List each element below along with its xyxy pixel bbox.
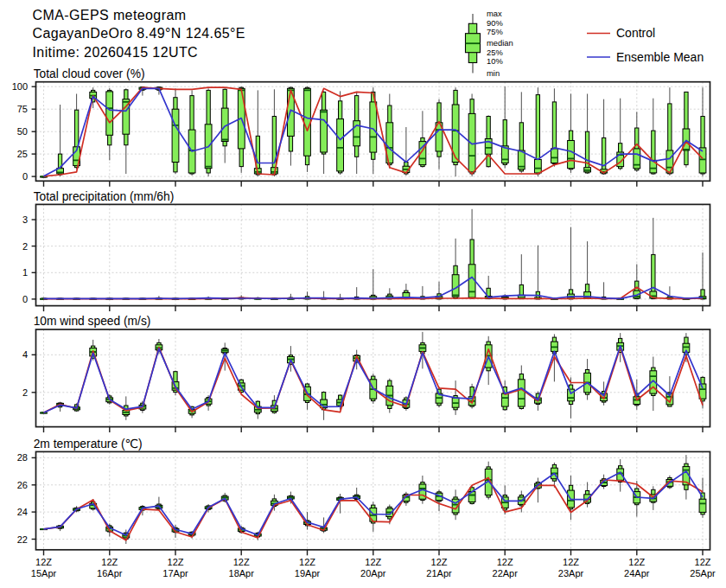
svg-text:0: 0 xyxy=(22,294,28,304)
svg-text:10m wind speed (m/s): 10m wind speed (m/s) xyxy=(34,315,151,328)
svg-text:12Z: 12Z xyxy=(168,557,184,567)
svg-text:12Z: 12Z xyxy=(695,557,711,567)
svg-text:26: 26 xyxy=(17,480,28,490)
svg-text:12Z: 12Z xyxy=(431,557,448,567)
svg-text:28: 28 xyxy=(17,452,28,463)
svg-text:3: 3 xyxy=(22,214,28,225)
svg-text:75%: 75% xyxy=(487,27,503,36)
svg-text:24Apr: 24Apr xyxy=(624,568,650,578)
svg-text:25: 25 xyxy=(17,149,28,159)
svg-text:12Z: 12Z xyxy=(628,557,645,567)
svg-text:2: 2 xyxy=(22,241,28,252)
svg-text:21Apr: 21Apr xyxy=(426,568,452,578)
svg-text:Total cloud cover (%): Total cloud cover (%) xyxy=(34,67,145,80)
svg-text:2m temperature (℃): 2m temperature (℃) xyxy=(34,438,143,451)
svg-text:16Apr: 16Apr xyxy=(97,568,123,578)
svg-text:Total precipitation (mm/6h): Total precipitation (mm/6h) xyxy=(34,190,175,203)
svg-text:20Apr: 20Apr xyxy=(360,568,386,578)
svg-text:18Apr: 18Apr xyxy=(229,568,255,578)
svg-text:90%: 90% xyxy=(487,18,503,28)
svg-text:50: 50 xyxy=(17,126,28,137)
svg-text:22: 22 xyxy=(17,534,28,545)
svg-text:max: max xyxy=(487,9,502,18)
svg-text:100: 100 xyxy=(12,81,28,92)
svg-text:12Z: 12Z xyxy=(35,557,52,567)
svg-text:24: 24 xyxy=(17,507,28,517)
svg-text:10%: 10% xyxy=(487,56,503,66)
svg-text:12Z: 12Z xyxy=(563,557,579,567)
svg-text:12Z: 12Z xyxy=(497,557,513,567)
svg-text:17Apr: 17Apr xyxy=(162,568,188,578)
svg-text:0: 0 xyxy=(22,171,28,182)
svg-text:23Apr: 23Apr xyxy=(558,568,584,578)
svg-text:75: 75 xyxy=(17,104,28,114)
svg-text:4: 4 xyxy=(22,349,28,360)
svg-text:19Apr: 19Apr xyxy=(295,568,321,578)
svg-text:15Apr: 15Apr xyxy=(31,568,57,578)
svg-text:median: median xyxy=(487,38,513,48)
svg-text:22Apr: 22Apr xyxy=(493,568,519,578)
svg-text:Initime: 20260415 12UTC: Initime: 20260415 12UTC xyxy=(33,45,199,60)
svg-text:1: 1 xyxy=(22,267,28,278)
svg-text:25Apr: 25Apr xyxy=(690,568,716,578)
svg-text:min: min xyxy=(487,68,500,78)
svg-text:12Z: 12Z xyxy=(101,557,118,567)
svg-text:12Z: 12Z xyxy=(365,557,381,567)
svg-text:CagayanDeOro 8.49°N 124.65°E: CagayanDeOro 8.49°N 124.65°E xyxy=(33,26,245,41)
svg-text:2: 2 xyxy=(22,387,28,398)
svg-text:Ensemble Mean: Ensemble Mean xyxy=(616,50,704,64)
svg-text:12Z: 12Z xyxy=(233,557,250,567)
svg-text:12Z: 12Z xyxy=(299,557,315,567)
svg-text:CMA-GEPS meteogram: CMA-GEPS meteogram xyxy=(33,8,187,22)
svg-text:Control: Control xyxy=(616,26,655,40)
